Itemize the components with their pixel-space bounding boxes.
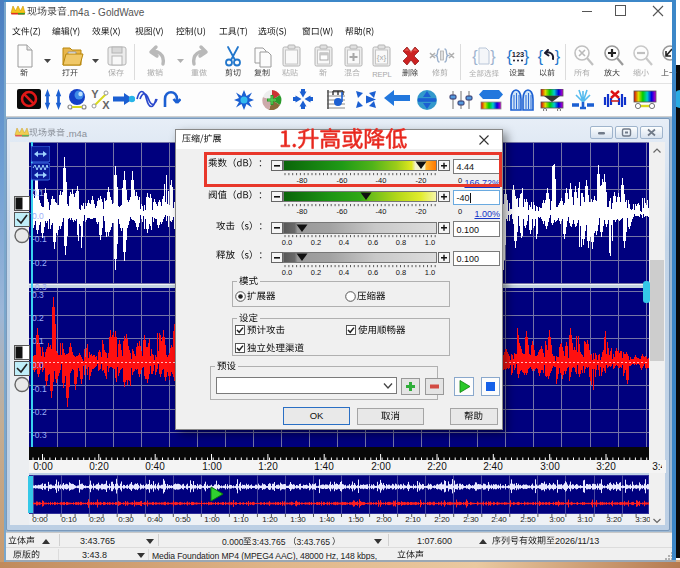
svg-text:123: 123 <box>512 50 525 59</box>
svg-text:{: { <box>538 48 544 65</box>
svg-text:{: { <box>472 48 478 65</box>
svg-text:}: } <box>490 48 496 65</box>
svg-text:}: } <box>524 48 530 65</box>
svg-text:{x}: {x} <box>377 53 387 62</box>
svg-text:}: } <box>555 48 561 65</box>
svg-text:Y: Y <box>91 89 99 100</box>
svg-text:X: X <box>102 99 110 110</box>
